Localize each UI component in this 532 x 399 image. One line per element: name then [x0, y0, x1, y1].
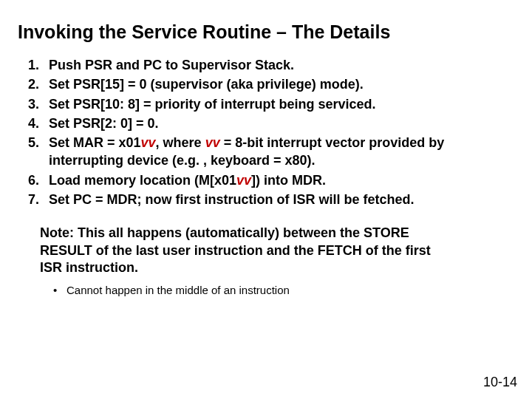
note-text: Note: This all happens (automatically) b…	[40, 225, 431, 275]
page-number: 10-14	[483, 375, 517, 390]
step-item: Load memory location (M[x01vv]) into MDR…	[43, 171, 514, 189]
step-text: Set MAR = x01	[49, 135, 141, 150]
step-text: Set PSR[2: 0] = 0.	[49, 116, 159, 131]
sub-text: Cannot happen in the middle of an instru…	[66, 284, 290, 296]
step-item: Set MAR = x01vv, where vv = 8-bit interr…	[43, 134, 514, 170]
step-text: Set PSR[10: 8] = priority of interrupt b…	[49, 97, 376, 112]
step-text: ]) into MDR.	[251, 173, 326, 188]
sub-item: Cannot happen in the middle of an instru…	[53, 283, 454, 298]
note-block: Note: This all happens (automatically) b…	[40, 225, 454, 297]
step-item: Set PSR[10: 8] = priority of interrupt b…	[43, 95, 514, 113]
step-item: Push PSR and PC to Supervisor Stack.	[43, 56, 514, 74]
step-item: Set PSR[15] = 0 (supervisor (aka privile…	[43, 75, 514, 93]
step-text: , where	[156, 135, 205, 150]
vv-span: vv	[141, 135, 156, 150]
slide-title: Invoking the Service Routine – The Detai…	[18, 21, 514, 43]
steps-list: Push PSR and PC to Supervisor Stack. Set…	[22, 56, 514, 208]
step-text: Load memory location (M[x01	[49, 173, 236, 188]
step-text: Set PC = MDR; now first instruction of I…	[49, 192, 415, 207]
step-text: Set PSR[15] = 0 (supervisor (aka privile…	[49, 77, 364, 92]
vv-span: vv	[236, 173, 251, 188]
vv-span: vv	[205, 135, 220, 150]
sub-list: Cannot happen in the middle of an instru…	[53, 283, 454, 298]
step-item: Set PC = MDR; now first instruction of I…	[43, 191, 514, 208]
step-text: Push PSR and PC to Supervisor Stack.	[49, 58, 294, 72]
step-item: Set PSR[2: 0] = 0.	[43, 115, 514, 132]
